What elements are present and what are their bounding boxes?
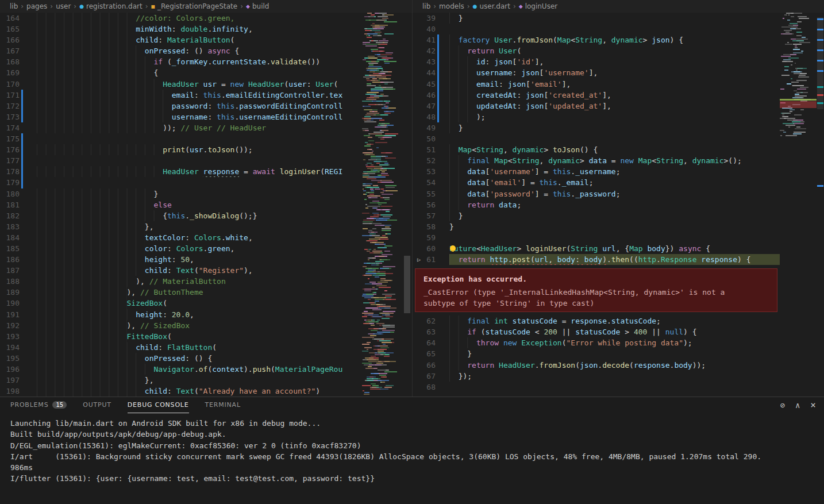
code-line[interactable]: 50 <box>413 133 780 144</box>
minimap-left[interactable] <box>362 13 402 397</box>
code-line[interactable]: 191height: 20.0, <box>0 309 362 320</box>
lightbulb-icon[interactable] <box>450 245 456 251</box>
code-line[interactable]: 194child: FlatButton( <box>0 342 362 353</box>
line-number[interactable]: 198 <box>5 386 20 397</box>
breakpoint-margin[interactable] <box>0 24 5 34</box>
line-number[interactable]: 170 <box>5 79 20 90</box>
code-line[interactable]: 67}); <box>413 371 780 382</box>
line-number[interactable]: 49 <box>425 122 436 133</box>
breakpoint-margin[interactable] <box>0 342 5 353</box>
line-number[interactable]: 190 <box>5 298 20 309</box>
breakpoint-margin[interactable] <box>0 177 5 188</box>
code-line[interactable]: 52final Map<String, dynamic> data = new … <box>413 155 780 166</box>
breakpoint-margin[interactable] <box>413 326 425 337</box>
breakpoint-margin[interactable] <box>0 13 5 24</box>
breakpoint-margin[interactable] <box>0 45 5 56</box>
line-number[interactable]: 183 <box>5 221 20 232</box>
clear-console-icon[interactable]: ⊘ <box>780 401 784 409</box>
collapse-panel-icon[interactable]: ∧ <box>795 401 800 409</box>
code-line[interactable]: 53data['username'] = this._username; <box>413 166 780 177</box>
code-line[interactable]: 68 <box>413 382 780 393</box>
code-line[interactable]: 180} <box>0 188 362 199</box>
line-number[interactable]: 196 <box>5 364 20 375</box>
code-line[interactable]: 56return data; <box>413 199 780 210</box>
code-line[interactable]: 171email: this.emailEditingController.te… <box>0 90 362 101</box>
code-line[interactable]: 182{this._showDialog();} <box>0 210 362 221</box>
breadcrumb-item[interactable]: ◆loginUser <box>519 2 558 10</box>
breakpoint-margin[interactable] <box>413 199 425 210</box>
line-number[interactable]: 184 <box>5 232 20 243</box>
code-line[interactable]: 58} <box>413 221 780 232</box>
code-line[interactable]: 196Navigator.of(context).push(MaterialPa… <box>0 364 362 375</box>
breakpoint-margin[interactable] <box>0 320 5 331</box>
line-number[interactable]: 164 <box>5 13 20 24</box>
breadcrumb-item[interactable]: ●user.dart <box>473 2 510 10</box>
breakpoint-margin[interactable] <box>413 34 425 45</box>
code-line[interactable]: 41factory User.fromJson(Map<String, dyna… <box>413 34 780 45</box>
line-number[interactable]: 56 <box>425 199 436 210</box>
overview-ruler[interactable] <box>817 13 824 397</box>
line-number[interactable]: 175 <box>5 133 20 144</box>
breakpoint-margin[interactable] <box>413 243 425 254</box>
code-line[interactable]: 65} <box>413 348 780 359</box>
code-line[interactable]: 188), // MaterialButton <box>0 276 362 287</box>
breakpoint-margin[interactable] <box>0 199 5 210</box>
panel-tab-debug-console[interactable]: DEBUG CONSOLE <box>128 397 189 413</box>
line-number[interactable]: 182 <box>5 210 20 221</box>
breakpoint-margin[interactable] <box>413 360 425 371</box>
breakpoint-margin[interactable] <box>0 309 5 320</box>
breakpoint-margin[interactable] <box>413 79 425 90</box>
scrollbar-thumb[interactable] <box>404 256 410 313</box>
line-number[interactable]: 169 <box>5 67 20 78</box>
breakpoint-margin[interactable] <box>0 210 5 221</box>
line-number[interactable]: 47 <box>425 101 436 111</box>
breakpoint-margin[interactable] <box>0 364 5 375</box>
breakpoint-margin[interactable] <box>413 210 425 221</box>
breakpoint-margin[interactable] <box>0 254 5 265</box>
breakpoint-margin[interactable] <box>413 177 425 188</box>
breakpoint-margin[interactable] <box>0 34 5 45</box>
breadcrumb-item[interactable]: pages <box>26 2 47 10</box>
code-line[interactable]: 44username: json['username'], <box>413 67 780 78</box>
code-line[interactable]: 170HeadUser usr = new HeadUser(user: Use… <box>0 79 362 90</box>
minimap-right[interactable] <box>780 13 817 397</box>
code-line[interactable]: 175 <box>0 133 362 144</box>
line-number[interactable]: 44 <box>425 67 436 78</box>
breakpoint-margin[interactable] <box>0 386 5 397</box>
code-line[interactable]: 172password: this.passwordEditingControl… <box>0 101 362 111</box>
debug-current-frame-icon[interactable]: ▷ <box>413 254 425 265</box>
code-line[interactable]: 190SizedBox( <box>0 298 362 309</box>
line-number[interactable]: 194 <box>5 342 20 353</box>
line-number[interactable]: 53 <box>425 166 436 177</box>
breakpoint-margin[interactable] <box>413 24 425 34</box>
code-line[interactable]: 166child: MaterialButton( <box>0 34 362 45</box>
breakpoint-margin[interactable] <box>413 144 425 155</box>
code-line[interactable]: 54data['email'] = this._email; <box>413 177 780 188</box>
breakpoint-margin[interactable] <box>0 155 5 166</box>
code-line[interactable]: 185color: Colors.green, <box>0 243 362 254</box>
breakpoint-margin[interactable] <box>413 232 425 243</box>
code-line[interactable]: 195onPressed: () { <box>0 353 362 364</box>
code-line[interactable]: 181else <box>0 199 362 210</box>
breakpoint-margin[interactable] <box>0 353 5 364</box>
breakpoint-margin[interactable] <box>413 13 425 24</box>
code-line[interactable]: 167onPressed: () async { <box>0 45 362 56</box>
breakpoint-margin[interactable] <box>0 298 5 309</box>
line-number[interactable]: 58 <box>425 221 436 232</box>
breakpoint-margin[interactable] <box>413 45 425 56</box>
code-line[interactable]: 39} <box>413 13 780 24</box>
code-line[interactable]: 42return User( <box>413 45 780 56</box>
line-number[interactable]: 191 <box>5 309 20 320</box>
line-number[interactable]: 43 <box>425 56 436 67</box>
code-line[interactable]: 51Map<String, dynamic> toJson() { <box>413 144 780 155</box>
breakpoint-margin[interactable] <box>0 265 5 276</box>
line-number[interactable]: 168 <box>5 56 20 67</box>
breakpoint-margin[interactable] <box>413 382 425 393</box>
line-number[interactable]: 61 <box>425 254 436 265</box>
breadcrumb-item[interactable]: ●registration.dart <box>79 2 143 10</box>
breakpoint-margin[interactable] <box>413 155 425 166</box>
breakpoint-margin[interactable] <box>413 56 425 67</box>
breadcrumb-item[interactable]: user <box>56 2 71 10</box>
line-number[interactable]: 68 <box>425 382 436 393</box>
code-line[interactable]: 57} <box>413 210 780 221</box>
